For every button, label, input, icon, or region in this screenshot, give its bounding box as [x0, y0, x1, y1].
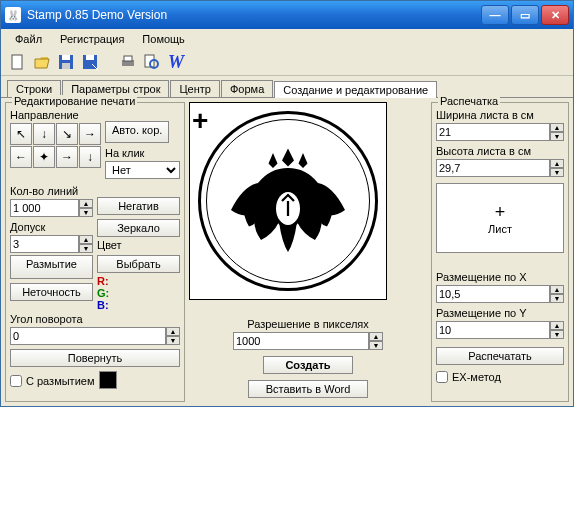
save-as-icon[interactable] [81, 53, 99, 71]
arrow-e-icon[interactable]: → [79, 123, 101, 145]
pos-x-label: Размещение по X [436, 271, 564, 283]
menu-file[interactable]: Файл [7, 31, 50, 47]
maximize-button[interactable]: ▭ [511, 5, 539, 25]
word-icon[interactable]: W [167, 53, 185, 71]
down-icon[interactable]: ▼ [550, 330, 564, 339]
r-label: R: [97, 275, 109, 287]
tab-center[interactable]: Центр [170, 80, 220, 97]
tab-create-edit[interactable]: Создание и редактирование [274, 81, 437, 98]
close-button[interactable]: ✕ [541, 5, 569, 25]
tab-form[interactable]: Форма [221, 80, 273, 97]
color-swatch[interactable] [99, 371, 117, 389]
up-icon[interactable]: ▲ [550, 285, 564, 294]
titlebar[interactable]: 🐰 Stamp 0.85 Demo Version — ▭ ✕ [1, 1, 573, 29]
svg-point-10 [275, 191, 302, 227]
mirror-button[interactable]: Зеркало [97, 219, 180, 237]
window-title: Stamp 0.85 Demo Version [27, 8, 481, 22]
angle-label: Угол поворота [10, 313, 180, 325]
preview-icon[interactable] [143, 53, 161, 71]
lines-stepper[interactable]: ▲▼ [10, 199, 93, 217]
sheet-h-stepper[interactable]: ▲▼ [436, 159, 564, 177]
autocorr-button[interactable]: Авто. кор. [105, 121, 169, 143]
down-icon[interactable]: ▼ [550, 132, 564, 141]
b-label: B: [97, 299, 109, 311]
svg-rect-5 [86, 55, 94, 60]
edit-panel: Редактирование печати Направление ↖ ↓ ↘ … [5, 102, 185, 402]
resolution-input[interactable] [233, 332, 369, 350]
print-icon[interactable] [119, 53, 137, 71]
down-icon[interactable]: ▼ [79, 244, 93, 253]
pos-x-input[interactable] [436, 285, 550, 303]
onclick-select[interactable]: Нет [105, 161, 180, 179]
seal-preview [198, 111, 378, 291]
minimize-button[interactable]: — [481, 5, 509, 25]
edit-group-title: Редактирование печати [12, 95, 137, 107]
up-icon[interactable]: ▲ [166, 327, 180, 336]
sheet-w-stepper[interactable]: ▲▼ [436, 123, 564, 141]
sheet-w-input[interactable] [436, 123, 550, 141]
up-icon[interactable]: ▲ [79, 235, 93, 244]
angle-stepper[interactable]: ▲▼ [10, 327, 180, 345]
eagle-emblem-icon [201, 114, 375, 288]
move-handle-icon[interactable]: + [192, 105, 208, 137]
tolerance-label: Допуск [10, 221, 93, 233]
with-blur-checkbox[interactable]: С размытием [10, 375, 95, 387]
open-icon[interactable] [33, 53, 51, 71]
menu-help[interactable]: Помощь [134, 31, 193, 47]
new-icon[interactable] [9, 53, 27, 71]
sheet-button[interactable]: + Лист [436, 183, 564, 253]
svg-rect-2 [62, 55, 70, 60]
up-icon[interactable]: ▲ [369, 332, 383, 341]
down-icon[interactable]: ▼ [550, 168, 564, 177]
svg-rect-3 [62, 63, 70, 69]
create-button[interactable]: Создать [263, 356, 353, 374]
down-icon[interactable]: ▼ [550, 294, 564, 303]
down-icon[interactable]: ▼ [79, 208, 93, 217]
lines-label: Кол-во линий [10, 185, 93, 197]
tabs: Строки Параметры строк Центр Форма Созда… [1, 76, 573, 97]
print-panel: Распечатка Ширина листа в см ▲▼ Высота л… [431, 102, 569, 402]
tolerance-stepper[interactable]: ▲▼ [10, 235, 93, 253]
up-icon[interactable]: ▲ [550, 159, 564, 168]
pos-y-input[interactable] [436, 321, 550, 339]
negative-button[interactable]: Негатив [97, 197, 180, 215]
up-icon[interactable]: ▲ [550, 123, 564, 132]
pos-y-stepper[interactable]: ▲▼ [436, 321, 564, 339]
print-button[interactable]: Распечатать [436, 347, 564, 365]
app-icon: 🐰 [5, 7, 21, 23]
arrow-e2-icon[interactable]: → [56, 146, 78, 168]
menu-registration[interactable]: Регистрация [52, 31, 132, 47]
angle-input[interactable] [10, 327, 166, 345]
arrow-s-icon[interactable]: ↓ [79, 146, 101, 168]
direction-label: Направление [10, 109, 101, 121]
up-icon[interactable]: ▲ [550, 321, 564, 330]
color-label: Цвет [97, 239, 180, 251]
down-icon[interactable]: ▼ [166, 336, 180, 345]
sheet-w-label: Ширина листа в см [436, 109, 564, 121]
tolerance-input[interactable] [10, 235, 79, 253]
blur-button[interactable]: Размытие [10, 255, 93, 279]
app-window: 🐰 Stamp 0.85 Demo Version — ▭ ✕ Файл Рег… [0, 0, 574, 407]
insert-word-button[interactable]: Вставить в Word [248, 380, 368, 398]
canvas-panel: + [189, 102, 427, 402]
select-color-button[interactable]: Выбрать [97, 255, 180, 273]
svg-rect-7 [124, 56, 132, 61]
down-icon[interactable]: ▼ [369, 341, 383, 350]
arrow-ne-icon[interactable]: ↘ [56, 123, 78, 145]
inaccuracy-button[interactable]: Неточность [10, 283, 93, 301]
arrow-n-icon[interactable]: ↓ [33, 123, 55, 145]
resolution-stepper[interactable]: ▲▼ [233, 332, 383, 350]
ex-method-checkbox[interactable]: EX-метод [436, 371, 564, 383]
rotate-button[interactable]: Повернуть [10, 349, 180, 367]
pos-x-stepper[interactable]: ▲▼ [436, 285, 564, 303]
sheet-h-label: Высота листа в см [436, 145, 564, 157]
up-icon[interactable]: ▲ [79, 199, 93, 208]
arrow-nw-icon[interactable]: ↖ [10, 123, 32, 145]
arrow-center-icon[interactable]: ✦ [33, 146, 55, 168]
sheet-h-input[interactable] [436, 159, 550, 177]
lines-input[interactable] [10, 199, 79, 217]
menubar: Файл Регистрация Помощь [1, 29, 573, 49]
save-icon[interactable] [57, 53, 75, 71]
arrow-w-icon[interactable]: ← [10, 146, 32, 168]
stamp-canvas[interactable]: + [189, 102, 387, 300]
